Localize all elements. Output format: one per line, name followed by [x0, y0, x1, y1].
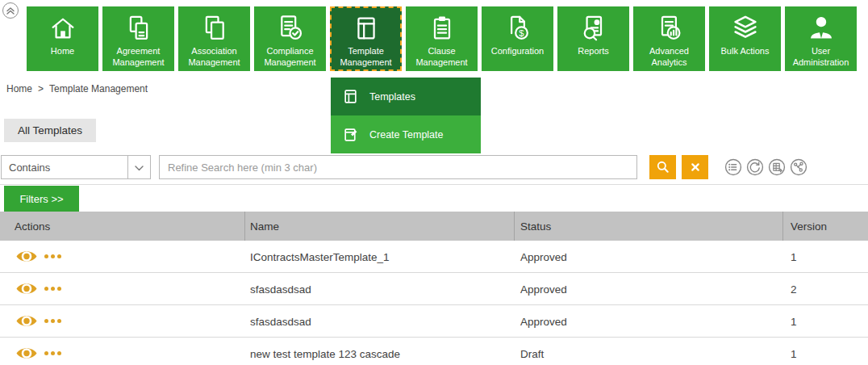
reports-icon [579, 12, 608, 44]
nav-tile-template-management[interactable]: Template Management [330, 6, 402, 71]
close-icon [689, 161, 702, 174]
nav-tile-label: Compliance Management [254, 46, 326, 68]
ellipsis-icon [57, 254, 61, 258]
breadcrumb: Home > Template Management [6, 83, 148, 94]
share-icon[interactable] [790, 158, 807, 176]
table-row: new test template 123 cascade Draft 1 [0, 338, 868, 365]
association-management-icon [200, 12, 229, 44]
filters-button[interactable]: Filters >> [4, 186, 79, 212]
cell-version: 1 [791, 241, 797, 273]
create-template-icon [343, 127, 358, 142]
nav-tile-reports[interactable]: Reports [557, 6, 629, 71]
chevrons-up-icon [6, 6, 15, 15]
table-row: IContractsMasterTemplate_1 Approved 1 [0, 241, 868, 273]
row-actions-button[interactable] [44, 254, 61, 258]
cell-status: Approved [520, 305, 567, 338]
search-operator-value: Contains [9, 162, 50, 174]
template-management-icon [352, 12, 381, 44]
home-icon [48, 12, 77, 44]
table-header: Actions Name Status Version [0, 212, 868, 241]
search-icon [655, 159, 671, 175]
collapse-nav-button[interactable] [2, 2, 19, 19]
nav-tile-label: Clause Management [406, 46, 478, 68]
ellipsis-icon [57, 287, 61, 291]
refresh-icon[interactable] [746, 158, 764, 176]
column-divider [244, 212, 245, 241]
row-actions-button[interactable] [44, 351, 61, 355]
ellipsis-icon [44, 351, 48, 355]
menu-item-create-template[interactable]: Create Template [331, 115, 481, 153]
clause-management-icon [428, 12, 457, 44]
nav-tile-label: Association Management [178, 46, 250, 68]
menu-item-templates[interactable]: Templates [331, 78, 481, 115]
row-actions-button[interactable] [44, 319, 61, 323]
view-template-button[interactable] [15, 346, 38, 361]
clear-search-button[interactable] [682, 155, 708, 179]
nav-tile-label: Agreement Management [102, 46, 174, 68]
cell-name: new test template 123 cascade [250, 338, 400, 365]
configuration-icon: $ [503, 12, 532, 44]
search-button[interactable] [649, 155, 676, 179]
column-divider [782, 212, 783, 241]
ellipsis-icon [44, 287, 48, 291]
ellipsis-icon [51, 287, 55, 291]
column-header-status: Status [520, 212, 551, 241]
nav-tile-configuration[interactable]: $ Configuration [482, 6, 553, 71]
nav-tile-label: Template Management [332, 46, 400, 68]
bulk-actions-icon [731, 12, 760, 44]
cell-name: IContractsMasterTemplate_1 [250, 241, 390, 273]
export-excel-icon[interactable] [768, 158, 786, 176]
cell-status: Approved [520, 241, 567, 273]
view-template-button[interactable] [15, 249, 38, 264]
row-actions-button[interactable] [44, 287, 61, 291]
nav-tile-advanced-analytics[interactable]: Advanced Analytics [633, 6, 705, 71]
nav-tile-association-management[interactable]: Association Management [178, 6, 250, 71]
nav-tile-agreement-management[interactable]: Agreement Management [102, 6, 174, 71]
view-template-button[interactable] [15, 313, 38, 329]
svg-text:$: $ [519, 28, 524, 38]
nav-tile-user-administration[interactable]: User Administration [785, 6, 857, 71]
search-input[interactable] [159, 155, 637, 179]
table-row: sfasdasdsad Approved 1 [0, 305, 868, 338]
advanced-analytics-icon [655, 12, 684, 44]
eye-icon [15, 346, 38, 361]
user-administration-icon [807, 12, 836, 44]
list-view-icon[interactable] [724, 158, 742, 176]
nav-tile-label: Reports [576, 46, 611, 57]
filters-label: Filters >> [19, 193, 63, 205]
nav-tile-label: Bulk Actions [720, 46, 771, 57]
eye-icon [15, 313, 38, 329]
view-template-button[interactable] [15, 281, 38, 296]
column-header-actions: Actions [15, 212, 50, 241]
cell-status: Draft [520, 338, 544, 365]
breadcrumb-home-link[interactable]: Home [6, 83, 32, 94]
ellipsis-icon [44, 319, 48, 323]
eye-icon [15, 281, 38, 296]
cell-version: 1 [791, 338, 797, 365]
menu-item-label: Templates [369, 91, 415, 103]
template-management-page: Home Agreement Management Association Ma… [0, 0, 868, 365]
nav-tile-compliance-management[interactable]: Compliance Management [254, 6, 326, 71]
search-operator-select[interactable]: Contains [1, 155, 151, 179]
compliance-management-icon [276, 12, 305, 44]
chevron-down-icon [135, 166, 144, 171]
nav-tile-label: Home [49, 46, 76, 57]
cell-version: 2 [791, 273, 797, 305]
nav-tile-clause-management[interactable]: Clause Management [406, 6, 478, 71]
ellipsis-icon [51, 351, 55, 355]
tab-label: All Templates [18, 124, 82, 136]
nav-tile-label: Advanced Analytics [633, 46, 705, 68]
templates-icon [343, 89, 358, 104]
menu-item-label: Create Template [369, 129, 444, 141]
section-divider [0, 184, 868, 185]
cell-name: sfasdasdsad [250, 273, 311, 305]
tab-all-templates[interactable]: All Templates [4, 119, 96, 142]
ellipsis-icon [51, 319, 55, 323]
nav-tile-home[interactable]: Home [27, 6, 98, 71]
top-nav: Home Agreement Management Association Ma… [27, 6, 857, 71]
breadcrumb-current: Template Management [49, 83, 148, 94]
cell-name: sfasdasdsad [250, 305, 311, 338]
grid-toolbar [724, 158, 807, 176]
nav-tile-bulk-actions[interactable]: Bulk Actions [709, 6, 781, 71]
nav-tile-label: User Administration [785, 46, 857, 68]
